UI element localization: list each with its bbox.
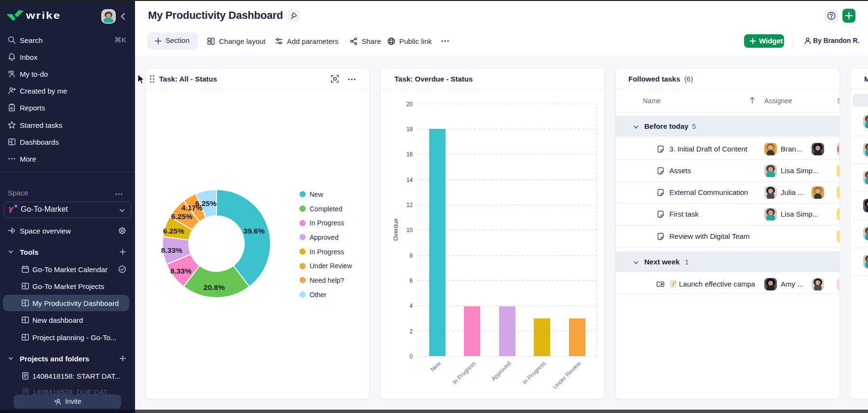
svg-text:39.6%: 39.6% xyxy=(244,227,265,235)
svg-text:8.33%: 8.33% xyxy=(170,267,191,275)
svg-text:6.25%: 6.25% xyxy=(195,199,217,207)
svg-text:6.25%: 6.25% xyxy=(171,212,192,220)
svg-text:6.25%: 6.25% xyxy=(163,227,184,235)
svg-text:20.8%: 20.8% xyxy=(203,283,225,291)
svg-text:8.33%: 8.33% xyxy=(161,246,182,254)
